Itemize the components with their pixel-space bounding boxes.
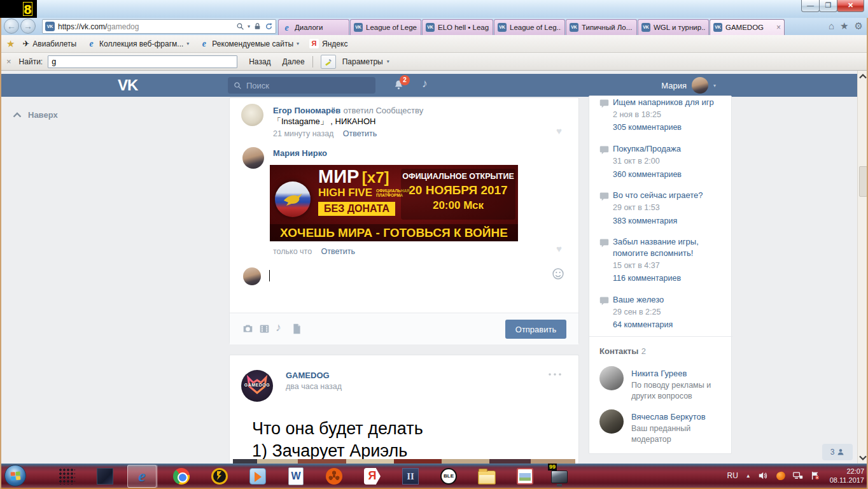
tab-elo-hell[interactable]: VK ELO hell • Leag... bbox=[422, 19, 493, 35]
find-options-button[interactable]: Параметры bbox=[342, 57, 383, 66]
refresh-icon[interactable] bbox=[265, 22, 273, 31]
clock[interactable]: 22:07 08.11.2017 bbox=[830, 467, 864, 485]
taskbar-explorer[interactable] bbox=[472, 465, 501, 488]
add-favorite-star-icon[interactable]: ★ bbox=[6, 38, 15, 50]
comment-author-link[interactable]: Егор Пономарёв bbox=[273, 106, 340, 115]
vk-search-box[interactable] bbox=[228, 77, 375, 94]
topic-comments-link[interactable]: 360 комментариев bbox=[613, 170, 682, 179]
back-to-top-link[interactable]: Наверх bbox=[13, 110, 58, 120]
topic-title-link[interactable]: Ищем напарников для игр bbox=[613, 97, 726, 108]
volume-icon[interactable] bbox=[759, 471, 769, 480]
favorite-yandex[interactable]: Я Яндекс bbox=[309, 39, 347, 48]
topic-comments-link[interactable]: 305 комментариев bbox=[613, 123, 682, 132]
avast-icon[interactable] bbox=[776, 471, 786, 481]
tab-league-1[interactable]: VK League of Lege... bbox=[350, 19, 421, 35]
post-menu-dots-icon[interactable] bbox=[548, 372, 562, 376]
topic-title-link[interactable]: Покупка/Продажа bbox=[613, 143, 726, 155]
find-input[interactable] bbox=[48, 55, 237, 68]
avatar[interactable] bbox=[599, 409, 624, 434]
home-icon[interactable]: ⌂ bbox=[829, 20, 834, 32]
header-user-menu[interactable]: Мария ▾ bbox=[661, 77, 716, 94]
favorite-web-slices[interactable]: e Коллекция веб-фрагм... ▾ bbox=[87, 39, 189, 48]
taskbar-yandex-browser[interactable]: Я bbox=[358, 465, 387, 488]
settings-gear-icon[interactable]: ⚙ bbox=[855, 20, 863, 32]
reply-link[interactable]: Ответить bbox=[321, 247, 355, 256]
highlight-matches-button[interactable] bbox=[321, 55, 336, 69]
find-next-button[interactable]: Далее bbox=[283, 57, 305, 66]
minimize-button[interactable]: — bbox=[801, 0, 820, 12]
attached-image-banner[interactable]: МИР [x7] HIGH FIVE ОФИЦИАЛЬНАЯ ПЛАТФОРМА… bbox=[270, 165, 518, 241]
post-timestamp[interactable]: два часа назад bbox=[286, 382, 342, 391]
taskbar-word[interactable]: W bbox=[281, 465, 311, 488]
taskbar-movie-app[interactable] bbox=[319, 465, 349, 488]
tab-league-2[interactable]: VK League of Leg... bbox=[494, 19, 565, 35]
avatar[interactable]: GAMEDOG bbox=[241, 370, 273, 402]
taskbar-dark-tile-app[interactable] bbox=[90, 465, 120, 488]
taskbar-image-editor[interactable] bbox=[510, 465, 540, 488]
topic-comments-link[interactable]: 64 комментария bbox=[613, 320, 673, 329]
tab-gamedog-active[interactable]: VK GAMEDOG × bbox=[710, 19, 785, 35]
topic-title-link[interactable]: Во что сейчас играете? bbox=[613, 190, 726, 201]
topic-comments-link[interactable]: 116 комментариев bbox=[613, 274, 681, 283]
options-caret-icon[interactable]: ▾ bbox=[387, 59, 389, 64]
comment-author-link[interactable]: Мария Нирко bbox=[273, 148, 327, 158]
music-icon[interactable]: ♪ bbox=[422, 77, 428, 90]
vk-search-input[interactable] bbox=[246, 81, 361, 90]
post-author-link[interactable]: GAMEDOG bbox=[286, 371, 330, 380]
taskbar-chrome[interactable] bbox=[167, 465, 196, 488]
tab-tipichny[interactable]: VK Типичный Ло... bbox=[566, 19, 637, 35]
tab-wgl[interactable]: VK WGL и турнир... bbox=[638, 19, 709, 35]
favorite-aviabilety[interactable]: ✈ Авиабилеты bbox=[22, 39, 76, 48]
taskbar-internet-explorer[interactable]: e bbox=[127, 465, 157, 488]
scroll-down-icon[interactable] bbox=[859, 455, 867, 460]
favorites-star-icon[interactable]: ★ bbox=[840, 20, 848, 32]
reply-link[interactable]: Ответить bbox=[343, 129, 377, 138]
audio-note-icon[interactable]: ♪ bbox=[276, 321, 281, 334]
emoji-smiley-icon[interactable] bbox=[552, 267, 564, 280]
close-button[interactable]: ✕ bbox=[837, 0, 864, 12]
contact-name-link[interactable]: Вячеслав Беркутов bbox=[631, 412, 706, 422]
notifications-button[interactable]: 2 bbox=[393, 79, 405, 94]
tab-close-icon[interactable]: × bbox=[776, 23, 781, 32]
taskbar-fps-monitor[interactable]: 99 bbox=[545, 465, 574, 488]
show-hidden-icons[interactable]: ▲ bbox=[746, 473, 751, 479]
online-members-badge[interactable]: 3 bbox=[822, 444, 853, 460]
send-button[interactable]: Отправить bbox=[505, 320, 566, 339]
search-dropdown-caret[interactable]: ▾ bbox=[248, 24, 250, 29]
topic-comments-link[interactable]: 383 комментария bbox=[613, 216, 677, 225]
language-indicator[interactable]: RU bbox=[727, 471, 738, 480]
photo-camera-icon[interactable] bbox=[242, 323, 253, 334]
post-image-cropped[interactable] bbox=[233, 459, 575, 464]
taskbar-daemon-tools[interactable] bbox=[205, 465, 234, 488]
taskbar-lineage2[interactable]: II bbox=[396, 465, 425, 488]
like-heart-icon[interactable]: ♥ bbox=[556, 243, 562, 254]
restore-button[interactable]: ❐ bbox=[819, 0, 837, 12]
network-icon[interactable] bbox=[793, 471, 803, 480]
tab-dialogs[interactable]: e Диалоги bbox=[278, 19, 349, 35]
action-center-flag-icon[interactable] bbox=[811, 471, 820, 480]
contact-name-link[interactable]: Никита Гуреев bbox=[631, 369, 687, 378]
start-button[interactable] bbox=[4, 465, 26, 486]
vk-logo[interactable]: VK bbox=[118, 76, 137, 94]
find-close-icon[interactable]: × bbox=[6, 57, 11, 66]
address-bar[interactable]: VK https://vk.com/gamedog ▾ bbox=[42, 19, 276, 34]
document-icon[interactable] bbox=[292, 323, 302, 334]
forward-button[interactable]: → bbox=[20, 18, 36, 34]
taskbar-media-player[interactable] bbox=[243, 465, 272, 488]
taskbar-ble-app[interactable]: BLE bbox=[434, 465, 463, 488]
avatar[interactable] bbox=[599, 366, 624, 390]
like-heart-icon[interactable]: ♥ bbox=[556, 125, 562, 136]
topic-title-link[interactable]: Забыл название игры, помогите вспомнить! bbox=[613, 236, 718, 259]
video-icon[interactable] bbox=[259, 323, 270, 334]
search-icon[interactable] bbox=[236, 22, 244, 31]
scroll-up-icon[interactable] bbox=[859, 74, 867, 79]
back-button[interactable]: ← bbox=[4, 18, 19, 34]
reply-input[interactable] bbox=[268, 266, 542, 285]
yandex-browser-icon: Я bbox=[364, 468, 381, 485]
avatar[interactable] bbox=[241, 104, 263, 126]
topic-title-link[interactable]: Ваше железо bbox=[613, 294, 726, 306]
taskbar-dot-matrix-app[interactable] bbox=[52, 465, 81, 488]
find-back-button[interactable]: Назад bbox=[249, 57, 270, 66]
favorite-suggested-sites[interactable]: e Рекомендуемые сайты ▾ bbox=[199, 39, 299, 48]
avatar[interactable] bbox=[242, 147, 264, 169]
